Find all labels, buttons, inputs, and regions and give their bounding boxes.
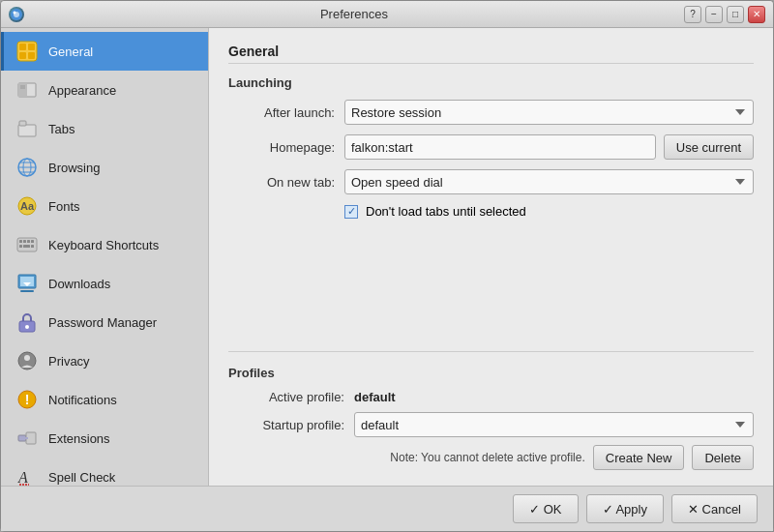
- homepage-input[interactable]: [344, 134, 656, 160]
- profiles-section: Profiles Active profile: default Startup…: [228, 351, 754, 470]
- spellcheck-icon: A: [15, 465, 39, 486]
- delete-button[interactable]: Delete: [692, 445, 754, 470]
- help-button[interactable]: ?: [684, 6, 701, 23]
- sidebar-item-extensions[interactable]: Extensions: [1, 419, 208, 458]
- svg-rect-24: [31, 240, 34, 243]
- svg-point-33: [25, 325, 29, 329]
- sidebar-label-general: General: [48, 44, 93, 59]
- homepage-row: Homepage: Use current: [228, 134, 754, 160]
- apply-button[interactable]: ✓ Apply: [586, 494, 664, 523]
- appearance-icon: [15, 78, 39, 102]
- sidebar-item-downloads[interactable]: Downloads: [1, 264, 208, 303]
- profile-note: Note: You cannot delete active profile.: [390, 451, 584, 464]
- svg-rect-22: [23, 240, 26, 243]
- svg-text:!: !: [25, 392, 30, 407]
- ok-button[interactable]: ✓ OK: [513, 494, 578, 523]
- on-new-tab-select[interactable]: Open speed dial Open homepage Open blank…: [344, 169, 754, 194]
- privacy-icon: [15, 349, 39, 372]
- startup-profile-label: Startup profile:: [228, 418, 354, 432]
- note-row: Note: You cannot delete active profile. …: [228, 445, 754, 470]
- cancel-button[interactable]: ✕ Cancel: [671, 494, 758, 523]
- sidebar-label-keyboard: Keyboard Shortcuts: [48, 238, 159, 252]
- sidebar-label-tabs: Tabs: [48, 122, 74, 136]
- sidebar-item-fonts[interactable]: Aa Fonts: [1, 187, 208, 225]
- sidebar-item-tabs[interactable]: Tabs: [1, 109, 208, 148]
- svg-rect-6: [19, 52, 26, 59]
- sidebar: General Appearance: [1, 28, 209, 486]
- launching-title: Launching: [228, 75, 754, 90]
- sidebar-item-keyboard[interactable]: Keyboard Shortcuts: [1, 225, 208, 264]
- active-profile-value: default: [354, 390, 396, 404]
- sidebar-label-extensions: Extensions: [48, 431, 110, 446]
- active-profile-row: Active profile: default: [228, 390, 754, 404]
- use-current-button[interactable]: Use current: [664, 134, 754, 160]
- app-icon: [9, 7, 24, 22]
- profiles-title: Profiles: [228, 366, 754, 380]
- sidebar-label-appearance: Appearance: [48, 83, 116, 98]
- svg-rect-7: [28, 52, 35, 59]
- sidebar-label-privacy: Privacy: [48, 354, 90, 369]
- fonts-icon: Aa: [15, 194, 39, 218]
- svg-rect-40: [24, 437, 28, 439]
- svg-rect-11: [18, 125, 36, 136]
- svg-text:A: A: [17, 469, 28, 486]
- sidebar-item-spellcheck[interactable]: A Spell Check: [1, 458, 208, 486]
- tabs-icon: [15, 117, 39, 140]
- browsing-icon: [15, 156, 39, 179]
- password-icon: [15, 310, 39, 334]
- on-new-tab-label: On new tab:: [228, 175, 344, 190]
- dont-load-tabs-row: Don't load tabs until selected: [344, 204, 754, 219]
- keyboard-icon: [15, 233, 39, 256]
- svg-rect-21: [19, 240, 22, 243]
- section-title: General: [228, 44, 754, 64]
- dont-load-tabs-checkbox[interactable]: [344, 205, 358, 219]
- startup-profile-row: Startup profile: default: [228, 412, 754, 437]
- on-new-tab-control: Open speed dial Open homepage Open blank…: [344, 169, 754, 194]
- sidebar-item-general[interactable]: General: [1, 32, 208, 71]
- general-icon: [15, 40, 39, 63]
- extensions-icon: [15, 427, 39, 450]
- active-profile-label: Active profile:: [228, 390, 354, 404]
- svg-point-2: [14, 11, 16, 14]
- sidebar-label-browsing: Browsing: [48, 161, 100, 175]
- titlebar: Preferences ? − □ ✕: [1, 1, 773, 28]
- sidebar-item-appearance[interactable]: Appearance: [1, 71, 208, 109]
- maximize-button[interactable]: □: [727, 6, 744, 23]
- main-content: General Appearance: [1, 28, 773, 486]
- svg-rect-5: [28, 44, 35, 50]
- startup-profile-control: default: [354, 412, 754, 437]
- svg-rect-27: [31, 245, 34, 248]
- sidebar-item-browsing[interactable]: Browsing: [1, 148, 208, 187]
- window-controls: ? − □ ✕: [684, 6, 765, 23]
- window-title: Preferences: [24, 7, 684, 21]
- after-launch-label: After launch:: [228, 105, 344, 120]
- sidebar-item-notifications[interactable]: ! Notifications: [1, 380, 208, 419]
- close-button[interactable]: ✕: [748, 6, 765, 23]
- minimize-button[interactable]: −: [705, 6, 723, 23]
- notifications-icon: !: [15, 388, 39, 411]
- svg-rect-23: [27, 240, 30, 243]
- homepage-control: Use current: [344, 134, 754, 160]
- sidebar-label-downloads: Downloads: [48, 277, 110, 291]
- svg-rect-26: [23, 245, 30, 248]
- after-launch-select[interactable]: Restore session Show homepage Open new t…: [344, 100, 754, 125]
- svg-rect-25: [19, 245, 22, 248]
- svg-text:Aa: Aa: [20, 200, 35, 212]
- create-new-button[interactable]: Create New: [593, 445, 685, 470]
- svg-rect-12: [19, 121, 26, 126]
- sidebar-label-fonts: Fonts: [48, 199, 80, 214]
- homepage-label: Homepage:: [228, 140, 344, 155]
- preferences-window: Preferences ? − □ ✕ Ge: [0, 0, 774, 532]
- sidebar-item-password[interactable]: Password Manager: [1, 303, 208, 341]
- downloads-icon: [15, 272, 39, 295]
- svg-rect-4: [19, 44, 26, 50]
- startup-profile-select[interactable]: default: [354, 412, 754, 437]
- svg-point-35: [24, 355, 30, 361]
- sidebar-item-privacy[interactable]: Privacy: [1, 341, 208, 380]
- after-launch-row: After launch: Restore session Show homep…: [228, 100, 754, 125]
- svg-rect-10: [20, 85, 25, 89]
- on-new-tab-row: On new tab: Open speed dial Open homepag…: [228, 169, 754, 194]
- dont-load-tabs-label: Don't load tabs until selected: [366, 204, 526, 219]
- footer: ✓ OK ✓ Apply ✕ Cancel: [1, 486, 773, 531]
- sidebar-label-spellcheck: Spell Check: [48, 470, 115, 485]
